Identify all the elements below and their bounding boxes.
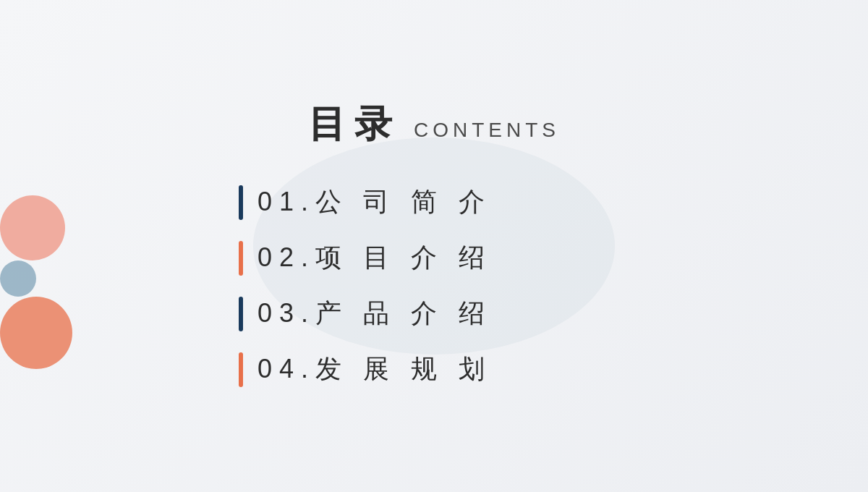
menu-bar-1 [239, 185, 243, 220]
menu-item-4: 04.发 展 规 划 [239, 346, 629, 393]
menu-item-3: 03.产 品 介 绍 [239, 290, 629, 337]
menu-item-2: 02.项 目 介 绍 [239, 234, 629, 281]
menu-text-1: 01.公 司 简 介 [258, 184, 492, 220]
menu-item-1: 01.公 司 简 介 [239, 179, 629, 226]
menu-bar-4 [239, 352, 243, 387]
title-chinese: 目录 [308, 99, 401, 150]
title-row: 目录 CONTENTS [308, 99, 560, 150]
main-content: 目录 CONTENTS 01.公 司 简 介 02.项 目 介 绍 03.产 品… [0, 0, 868, 492]
title-english: CONTENTS [414, 119, 560, 142]
menu-list: 01.公 司 简 介 02.项 目 介 绍 03.产 品 介 绍 04.发 展 … [239, 179, 629, 393]
menu-text-3: 03.产 品 介 绍 [258, 296, 492, 331]
menu-bar-3 [239, 297, 243, 331]
menu-text-4: 04.发 展 规 划 [258, 352, 492, 387]
menu-bar-2 [239, 241, 243, 276]
menu-text-2: 02.项 目 介 绍 [258, 240, 492, 276]
